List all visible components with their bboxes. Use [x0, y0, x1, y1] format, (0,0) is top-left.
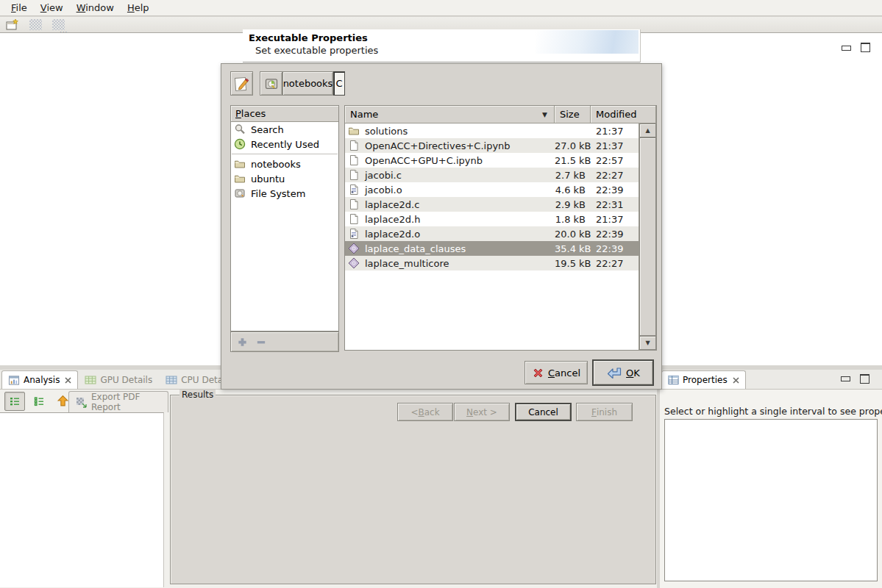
- file-modified: 21:37: [591, 140, 639, 151]
- file-name: OpenACC+GPU+C.ipynb: [365, 155, 483, 166]
- up-arrow-icon: [57, 395, 69, 407]
- file-size: 21.5 kB: [555, 155, 591, 166]
- file-icon: [348, 140, 360, 151]
- place-item-file-system[interactable]: File System: [231, 186, 338, 201]
- maximize-icon[interactable]: [861, 43, 870, 52]
- wizard-cancel-button[interactable]: Cancel: [515, 403, 572, 421]
- tab-properties[interactable]: Properties: [661, 370, 746, 389]
- object-icon: [348, 228, 360, 240]
- file-row[interactable]: OpenACC+Directives+C.ipynb27.0 kB21:37: [345, 138, 639, 153]
- properties-content-box[interactable]: [664, 419, 878, 581]
- file-list: Name ▼ Size Modified solutions21:37OpenA…: [344, 105, 657, 351]
- analysis-icon: [8, 375, 20, 386]
- file-row[interactable]: jacobi.c2.7 kB22:27: [345, 168, 639, 182]
- file-name: laplace_data_clauses: [365, 243, 466, 254]
- close-icon[interactable]: [733, 377, 739, 384]
- minimize-icon[interactable]: [841, 376, 850, 381]
- drive-icon: [264, 76, 279, 91]
- export-pdf-label: Export PDF Report: [91, 392, 168, 412]
- file-name: laplace2d.h: [365, 214, 420, 225]
- tab-label: GPU Details: [100, 375, 152, 385]
- chooser-cancel-button[interactable]: Cancel: [524, 361, 588, 384]
- type-filename-button[interactable]: [230, 71, 253, 96]
- ok-arrow-icon: [606, 366, 622, 379]
- file-name-cell: jacobi.o: [345, 184, 555, 196]
- file-name: laplace2d.c: [365, 199, 419, 210]
- analysis-outline-view-button[interactable]: [29, 392, 49, 410]
- cpu-details-icon: [166, 375, 177, 385]
- column-header-size[interactable]: Size: [555, 106, 591, 123]
- place-item-notebooks[interactable]: notebooks: [231, 157, 338, 171]
- file-chooser-dialog: notebooks C Places SearchRecently Usedno…: [221, 63, 662, 390]
- wizard-title: Executable Properties: [249, 32, 368, 43]
- places-header[interactable]: Places: [231, 106, 338, 122]
- file-row[interactable]: laplace_multicore19.5 kB22:27: [345, 256, 639, 270]
- file-row[interactable]: OpenACC+GPU+C.ipynb21.5 kB22:57: [345, 153, 639, 168]
- tab-label: Analysis: [24, 375, 60, 385]
- minimize-icon[interactable]: [842, 46, 851, 51]
- place-item-search[interactable]: Search: [231, 122, 338, 137]
- file-modified: 22:27: [591, 170, 639, 181]
- results-label: Results: [179, 390, 216, 400]
- vertical-scrollbar[interactable]: ▲ ▼: [639, 123, 656, 350]
- file-name: laplace2d.o: [365, 229, 420, 240]
- menu-file[interactable]: File: [4, 1, 34, 15]
- properties-view: Properties Select or highlight a single …: [660, 370, 882, 588]
- places-divider: [232, 154, 338, 154]
- add-place-icon[interactable]: [237, 337, 248, 348]
- file-size: 2.7 kB: [555, 170, 591, 181]
- place-label: ubuntu: [251, 173, 285, 184]
- close-icon[interactable]: [65, 377, 71, 384]
- column-header-name[interactable]: Name ▼: [345, 106, 555, 123]
- gpu-details-icon: [85, 375, 96, 385]
- wizard-back-button: < Back: [397, 403, 453, 421]
- path-segment-current[interactable]: C: [333, 71, 345, 96]
- file-name-cell: OpenACC+Directives+C.ipynb: [345, 140, 555, 151]
- file-modified: 22:39: [591, 243, 639, 254]
- disabled-toolbar-button-2: ...: [50, 18, 66, 32]
- file-row[interactable]: jacobi.o4.6 kB22:39: [345, 182, 639, 197]
- file-row[interactable]: laplace_data_clauses35.4 kB22:39: [345, 241, 639, 256]
- file-modified: 22:31: [591, 199, 639, 210]
- disabled-toolbar-button-1: [27, 18, 43, 32]
- file-row[interactable]: laplace2d.o20.0 kB22:39: [345, 226, 639, 241]
- column-header-modified[interactable]: Modified: [591, 106, 656, 123]
- export-pdf-report-button[interactable]: Export PDF Report: [68, 391, 168, 412]
- remove-place-icon[interactable]: [255, 337, 267, 348]
- cancel-x-icon: [532, 367, 544, 379]
- chooser-ok-button[interactable]: OK: [592, 359, 654, 386]
- outline-view-icon: [33, 395, 45, 407]
- scrollbar-thumb[interactable]: [639, 137, 656, 336]
- file-row[interactable]: solutions21:37: [345, 123, 639, 138]
- tab-analysis[interactable]: Analysis: [1, 370, 78, 389]
- scroll-up-icon[interactable]: ▲: [639, 123, 656, 137]
- place-item-recently-used[interactable]: Recently Used: [231, 137, 338, 151]
- place-label: Search: [251, 124, 284, 135]
- new-session-button[interactable]: [4, 18, 21, 32]
- file-size: 35.4 kB: [555, 243, 591, 254]
- file-name-cell: solutions: [345, 125, 555, 137]
- folder-icon: [234, 173, 246, 184]
- properties-message: Select or highlight a single interval to…: [664, 406, 882, 417]
- file-row[interactable]: laplace2d.h1.8 kB21:37: [345, 212, 639, 226]
- maximize-icon[interactable]: [860, 374, 869, 384]
- file-list-header: Name ▼ Size Modified: [345, 106, 656, 123]
- recent-icon: [234, 138, 246, 150]
- tab-gpu-details[interactable]: GPU Details: [78, 370, 159, 389]
- place-item-ubuntu[interactable]: ubuntu: [231, 171, 338, 186]
- menu-window[interactable]: Window: [70, 1, 121, 15]
- file-size: 4.6 kB: [555, 184, 591, 196]
- properties-table-icon: [668, 375, 679, 385]
- file-row[interactable]: laplace2d.c2.9 kB22:31: [345, 197, 639, 212]
- menu-view[interactable]: View: [34, 1, 70, 15]
- path-segment-notebooks[interactable]: notebooks: [282, 71, 333, 96]
- analysis-list-area[interactable]: [0, 412, 164, 587]
- application-window: FileViewWindowHelp ... AnalysisGPU Detai…: [0, 0, 882, 588]
- scroll-down-icon[interactable]: ▼: [639, 336, 656, 350]
- wizard-subtitle: Set executable properties: [255, 45, 378, 56]
- path-root-drive-button[interactable]: [260, 71, 282, 96]
- file-size: 1.8 kB: [555, 214, 591, 225]
- new-session-icon: [6, 18, 19, 31]
- analysis-list-view-button[interactable]: [4, 392, 25, 411]
- menu-help[interactable]: Help: [121, 1, 156, 15]
